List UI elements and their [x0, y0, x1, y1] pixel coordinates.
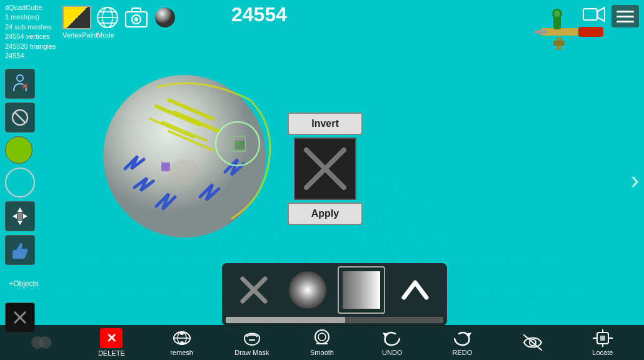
screenshot-icon[interactable] — [124, 5, 149, 30]
hamburger-line — [616, 16, 634, 18]
triangles-count: 245520 triangles — [5, 42, 56, 51]
brush-more-item[interactable] — [391, 266, 439, 314]
noise-brush-preview — [289, 271, 326, 309]
draw-mask-label: Draw Mask — [234, 349, 269, 356]
svg-point-55 — [180, 341, 184, 345]
svg-point-20 — [17, 75, 23, 81]
svg-point-9 — [155, 8, 175, 28]
delete-icon: ✕ — [100, 328, 123, 348]
material-sphere-icon[interactable] — [153, 5, 178, 30]
brush-x-item[interactable] — [230, 266, 278, 314]
svg-rect-29 — [13, 250, 17, 259]
apply-button[interactable]: Apply — [288, 202, 363, 225]
draw-mask-button[interactable]: Draw Mask — [233, 329, 271, 356]
svg-marker-25 — [18, 221, 23, 225]
circle-brush-button[interactable] — [5, 168, 35, 198]
redo-label: REDO — [453, 349, 473, 356]
vertex-paint-label: VertexPaint — [63, 31, 98, 39]
like-button[interactable] — [5, 235, 35, 265]
smooth-label: Smooth — [310, 349, 334, 356]
header-icon-row — [63, 5, 178, 30]
svg-rect-65 — [600, 336, 605, 341]
invert-button[interactable]: Invert — [288, 112, 363, 135]
svg-point-32 — [103, 75, 266, 238]
svg-rect-19 — [553, 41, 565, 46]
smooth-button[interactable]: Smooth — [303, 329, 341, 356]
svg-point-7 — [134, 18, 138, 21]
3d-model — [75, 56, 288, 259]
redo-button[interactable]: REDO — [443, 329, 481, 356]
svg-point-54 — [180, 331, 184, 335]
visibility-button[interactable] — [514, 333, 551, 352]
add-objects-button[interactable]: +Objects — [5, 269, 43, 299]
svg-point-50 — [39, 336, 51, 349]
svg-line-23 — [14, 112, 26, 123]
brush-row — [222, 263, 447, 317]
svg-marker-27 — [23, 214, 28, 219]
delete-button[interactable]: ✕ DELETE — [93, 328, 130, 357]
hamburger-line — [616, 11, 634, 12]
object-id: 24554 — [5, 51, 56, 61]
remesh-label: remesh — [170, 349, 193, 356]
svg-marker-26 — [13, 214, 17, 219]
brush-preview — [294, 138, 356, 200]
svg-text:M: M — [23, 83, 28, 90]
color-cube-icon[interactable] — [63, 6, 91, 29]
mode-label: Mode — [97, 31, 114, 39]
soft-brush-preview — [343, 271, 380, 309]
undo-button[interactable]: UNDO — [373, 329, 411, 356]
hamburger-line — [616, 21, 634, 22]
delete-label: DELETE — [98, 349, 125, 357]
color-green-button[interactable] — [5, 136, 33, 164]
svg-rect-44 — [235, 141, 245, 149]
mesh-count: 1 mesh(es) — [5, 12, 56, 22]
locate-label: Locate — [592, 349, 613, 356]
brush-panel — [222, 263, 447, 326]
invert-apply-panel: Invert Apply — [288, 112, 363, 228]
no-tool-button[interactable] — [5, 102, 35, 132]
left-toolbar: M +Objects — [5, 69, 43, 332]
object-info: dQuadCube 1 mesh(es) 24 sub meshes 24554… — [5, 3, 56, 61]
locate-button[interactable]: Locate — [584, 329, 621, 356]
svg-point-57 — [315, 330, 329, 344]
sub-meshes: 24 sub meshes — [5, 22, 56, 32]
object-count-display: 24554 — [231, 3, 287, 26]
svg-point-16 — [554, 11, 560, 17]
move-tool-button[interactable] — [5, 201, 35, 231]
svg-rect-8 — [132, 8, 141, 12]
bottom-toolbar: ✕ DELETE remesh Draw Mask Smooth — [0, 325, 644, 360]
svg-rect-39 — [161, 162, 170, 171]
svg-rect-28 — [18, 212, 23, 220]
svg-point-40 — [169, 159, 200, 184]
undo-label: UNDO — [382, 349, 402, 356]
brush-size-bar — [226, 317, 345, 323]
svg-rect-13 — [578, 27, 603, 37]
svg-point-59 — [318, 333, 326, 341]
hamburger-menu-button[interactable] — [611, 5, 639, 28]
svg-marker-24 — [18, 208, 23, 212]
svg-rect-17 — [535, 30, 547, 34]
globe-icon[interactable] — [95, 5, 120, 30]
transform-gizmo — [522, 6, 610, 62]
vertices-count: 24554 vertices — [5, 32, 56, 41]
brush-soft-item[interactable] — [338, 266, 385, 314]
helper-button[interactable] — [23, 334, 60, 351]
figure-tool-button[interactable]: M — [5, 69, 35, 99]
right-arrow-button[interactable]: › — [631, 166, 639, 194]
brush-noise-item[interactable] — [284, 266, 331, 314]
remesh-button[interactable]: remesh — [163, 329, 201, 356]
brush-size-slider[interactable] — [226, 317, 443, 323]
object-name: dQuadCube — [5, 3, 56, 12]
